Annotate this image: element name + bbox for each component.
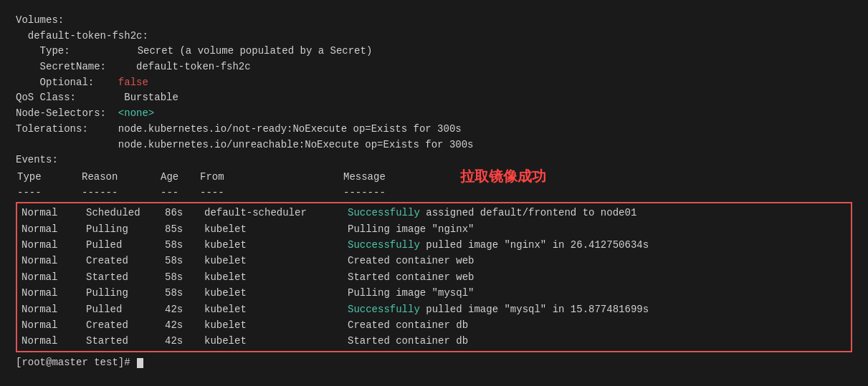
event-message-green: Successfully: [348, 239, 420, 251]
type-line: Type: Secret (a volume populated by a Se…: [16, 44, 852, 59]
event-age: 58s: [165, 253, 204, 269]
event-age: 85s: [165, 221, 204, 237]
event-row: NormalPulling85skubeletPulling image "ng…: [20, 221, 848, 237]
events-label: Events:: [16, 153, 852, 168]
event-reason: Pulling: [86, 285, 165, 301]
tolerations-line1: Tolerations: node.kubernetes.io/not-read…: [16, 122, 852, 137]
event-from: kubelet: [204, 317, 348, 333]
event-message: Pulling image "nginx": [348, 221, 848, 237]
qos-line: QoS Class: Burstable: [16, 90, 852, 106]
event-type: Normal: [22, 205, 86, 221]
events-header-row: Type Reason Age From Message 拉取镜像成功: [16, 170, 852, 185]
event-row: NormalStarted58skubeletStarted container…: [20, 269, 848, 285]
prompt-line: [root@master test]#: [16, 355, 852, 371]
event-type: Normal: [22, 317, 86, 333]
event-type: Normal: [22, 253, 86, 269]
event-type: Normal: [22, 221, 86, 237]
event-reason: Pulled: [86, 301, 165, 317]
event-row: NormalScheduled86sdefault-schedulerSucce…: [20, 205, 848, 221]
optional-line: Optional: false: [16, 75, 852, 91]
event-message: Created container web: [348, 253, 848, 269]
chinese-annotation: 拉取镜像成功: [460, 167, 546, 186]
event-type: Normal: [22, 269, 86, 285]
event-reason: Scheduled: [86, 205, 165, 221]
event-message: Successfully pulled image "nginx" in 26.…: [348, 237, 848, 253]
event-age: 58s: [165, 237, 204, 253]
events-table: Type Reason Age From Message 拉取镜像成功 ----…: [16, 170, 852, 352]
event-message: Started container db: [348, 333, 848, 349]
event-age: 42s: [165, 333, 204, 349]
header-age: Age: [161, 170, 200, 185]
default-token-label: default-token-fsh2c:: [16, 29, 852, 44]
event-age: 58s: [165, 285, 204, 301]
event-age: 42s: [165, 317, 204, 333]
event-from: kubelet: [204, 285, 348, 301]
divider-from: ----: [200, 185, 343, 201]
event-message: Started container web: [348, 269, 848, 285]
events-highlighted-box: NormalScheduled86sdefault-schedulerSucce…: [16, 202, 852, 352]
event-age: 42s: [165, 301, 204, 317]
tolerations-line2: node.kubernetes.io/unreachable:NoExecute…: [16, 137, 852, 153]
event-message: Pulling image "mysql": [348, 285, 848, 301]
event-from: kubelet: [204, 237, 348, 253]
event-message: Created container db: [348, 317, 848, 333]
event-type: Normal: [22, 285, 86, 301]
prompt-text: [root@master test]#: [16, 357, 136, 368]
event-age: 58s: [165, 269, 204, 285]
header-type: Type: [17, 170, 82, 185]
header-reason: Reason: [82, 170, 161, 185]
divider-reason: ------: [82, 185, 161, 201]
cursor: [137, 358, 143, 368]
event-row: NormalCreated42skubeletCreated container…: [20, 317, 848, 333]
node-selectors-line: Node-Selectors: <none>: [16, 106, 852, 122]
header-from: From: [200, 170, 343, 185]
terminal: Volumes: default-token-fsh2c: Type: Secr…: [10, 7, 858, 376]
event-row: NormalCreated58skubeletCreated container…: [20, 253, 848, 269]
divider-type: ----: [17, 185, 82, 201]
event-row: NormalStarted42skubeletStarted container…: [20, 333, 848, 349]
event-from: default-scheduler: [204, 205, 348, 221]
event-type: Normal: [22, 237, 86, 253]
divider-message: -------: [343, 185, 852, 201]
events-divider: ---- ------ --- ---- -------: [16, 185, 852, 201]
event-message: Successfully pulled image "mysql" in 15.…: [348, 301, 848, 317]
event-reason: Pulling: [86, 221, 165, 237]
event-message-green: Successfully: [348, 207, 420, 218]
divider-age: ---: [161, 185, 200, 201]
event-type: Normal: [22, 333, 86, 349]
event-reason: Pulled: [86, 237, 165, 253]
event-row: NormalPulling58skubeletPulling image "my…: [20, 285, 848, 301]
event-from: kubelet: [204, 253, 348, 269]
event-type: Normal: [22, 301, 86, 317]
event-from: kubelet: [204, 333, 348, 349]
event-from: kubelet: [204, 221, 348, 237]
event-reason: Started: [86, 333, 165, 349]
secretname-line: SecretName: default-token-fsh2c: [16, 59, 852, 75]
event-message: Successfully assigned default/frontend t…: [348, 205, 848, 221]
event-from: kubelet: [204, 301, 348, 317]
event-message-green: Successfully: [348, 304, 420, 315]
event-row: NormalPulled58skubeletSuccessfully pulle…: [20, 237, 848, 253]
header-message: Message: [343, 170, 386, 185]
event-row: NormalPulled42skubeletSuccessfully pulle…: [20, 301, 848, 317]
event-age: 86s: [165, 205, 204, 221]
events-header: Type Reason Age From Message: [16, 170, 386, 185]
volumes-label: Volumes:: [16, 13, 852, 29]
event-from: kubelet: [204, 269, 348, 285]
event-reason: Created: [86, 317, 165, 333]
event-reason: Started: [86, 269, 165, 285]
event-reason: Created: [86, 253, 165, 269]
